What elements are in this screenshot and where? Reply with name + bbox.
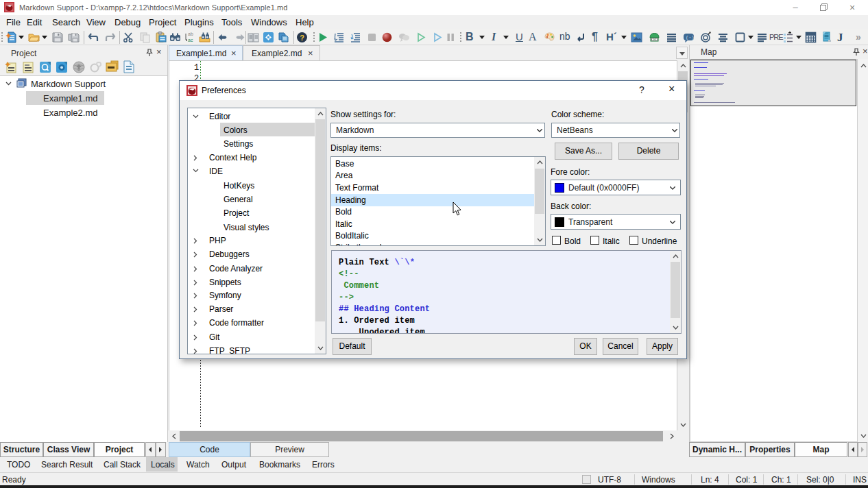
svg-text:ab: ab xyxy=(188,32,193,36)
svg-text:ac: ac xyxy=(188,38,193,42)
svg-text:?: ? xyxy=(300,34,304,42)
svg-text:(·): (·) xyxy=(686,35,695,40)
